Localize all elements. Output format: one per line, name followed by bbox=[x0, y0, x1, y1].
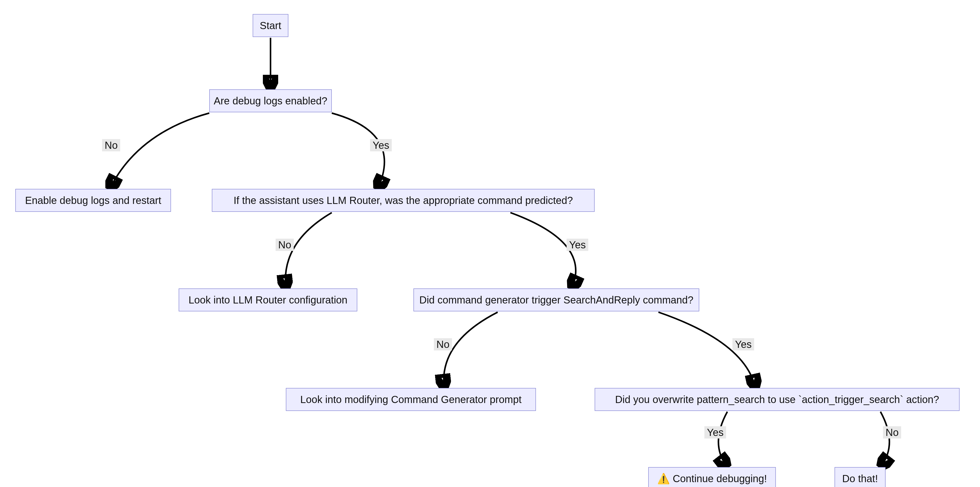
node-q-router: If the assistant uses LLM Router, was th… bbox=[212, 189, 595, 212]
node-a-router: Look into LLM Router configuration bbox=[179, 288, 357, 311]
node-q-pattern: Did you overwrite pattern_search to use … bbox=[595, 388, 959, 411]
node-a-dothat: Do that! bbox=[835, 467, 886, 487]
edge-label-router-yes: Yes bbox=[566, 239, 588, 251]
node-a-cmdgen: Look into modifying Command Generator pr… bbox=[286, 388, 536, 411]
node-start: Start bbox=[253, 14, 288, 37]
node-q-debug: Are debug logs enabled? bbox=[209, 89, 332, 112]
node-q-cmdgen: Did command generator trigger SearchAndR… bbox=[414, 288, 699, 311]
edge-pattern-no bbox=[880, 412, 889, 467]
edge-label-pattern-yes: Yes bbox=[704, 426, 726, 439]
node-a-enable: Enable debug logs and restart bbox=[15, 189, 171, 212]
edge-label-cmdgen-yes: Yes bbox=[732, 338, 754, 350]
edge-debug-no bbox=[110, 113, 209, 189]
edge-pattern-yes bbox=[718, 412, 727, 467]
edge-label-debug-yes: Yes bbox=[370, 139, 392, 151]
edge-label-cmdgen-no: No bbox=[434, 338, 452, 350]
edge-router-yes bbox=[511, 213, 576, 288]
edge-label-debug-no: No bbox=[102, 139, 120, 151]
node-a-continue: ⚠️ Continue debugging! bbox=[648, 467, 776, 487]
edge-label-pattern-no: No bbox=[883, 426, 901, 439]
edges-layer bbox=[0, 0, 980, 487]
flowchart-canvas: Start Are debug logs enabled? Enable deb… bbox=[0, 0, 980, 487]
edge-label-router-no: No bbox=[275, 239, 294, 251]
